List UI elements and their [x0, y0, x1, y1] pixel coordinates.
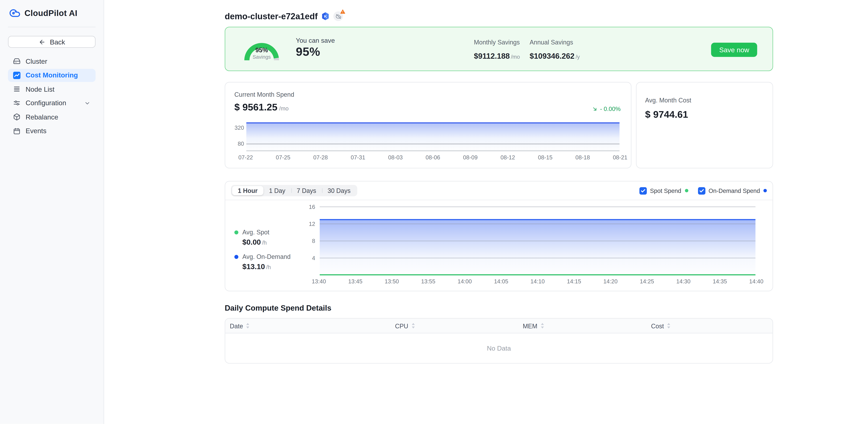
gridline — [320, 207, 755, 207]
cloud-logo-icon — [9, 7, 21, 19]
sidebar-item-label: Events — [26, 127, 46, 135]
x-axis-label: 08-03 — [388, 154, 403, 160]
x-axis-label: 14:10 — [530, 278, 545, 284]
savings-headline-text: You can save — [296, 37, 335, 44]
sidebar-item-cost-monitoring[interactable]: Cost Monitoring — [8, 68, 96, 82]
gridline — [320, 258, 755, 258]
cost-monitoring-page: CloudPilot AI Back ClusterCost Monitorin… — [0, 0, 868, 424]
x-axis-label: 08-15 — [538, 154, 553, 160]
stat-avg-spot: Avg. Spot$0.00/h — [235, 229, 290, 247]
gauge-percent: 95% — [243, 47, 280, 54]
trend-indicator: - 0.00% — [591, 105, 621, 112]
checkbox-checked[interactable] — [698, 187, 705, 194]
x-axis-label: 14:05 — [494, 278, 508, 284]
save-now-button[interactable]: Save now — [711, 43, 757, 57]
range-7-days[interactable]: 7 Days — [291, 186, 322, 195]
sidebar-item-label: Node List — [26, 85, 54, 93]
on-demand-area — [320, 219, 755, 275]
kubernetes-icon: K — [322, 12, 330, 21]
sort-icon[interactable] — [411, 323, 415, 329]
sidebar-item-events[interactable]: Events — [8, 124, 96, 137]
sort-icon[interactable] — [246, 323, 250, 329]
x-axis-label: 07-25 — [276, 154, 290, 160]
range-1-hour[interactable]: 1 Hour — [232, 186, 264, 195]
monthly-savings-value: $9112.188 — [474, 52, 510, 60]
x-axis-label: 14:00 — [458, 278, 472, 284]
toggle-label: On-Demand Spend — [709, 187, 760, 194]
column-header-mem[interactable]: MEM — [518, 322, 647, 329]
current-month-spend-unit: /mo — [279, 105, 289, 112]
sidebar-item-label: Rebalance — [26, 113, 58, 121]
y-axis-label: 80 — [238, 141, 244, 147]
month-x-axis: 07-2207-2507-2807-3108-0308-0608-0908-12… — [238, 154, 627, 160]
back-button[interactable]: Back — [8, 36, 96, 48]
monthly-savings-label: Monthly Savings — [474, 39, 520, 46]
sidebar-item-cluster[interactable]: Cluster — [8, 55, 96, 68]
x-axis-label: 14:15 — [567, 278, 581, 284]
table-heading: Daily Compute Spend Details — [225, 304, 773, 312]
x-axis-label: 08-18 — [575, 154, 590, 160]
y-axis-label: 8 — [312, 238, 315, 244]
sidebar-item-rebalance[interactable]: Rebalance — [8, 111, 96, 123]
range-1-day[interactable]: 1 Day — [264, 186, 291, 195]
monthly-savings: Monthly Savings $9112.188/mo — [474, 39, 520, 61]
column-label: Cost — [651, 322, 664, 329]
cloud-off-icon[interactable] — [334, 11, 343, 21]
avg-month-cost-value: $ 9744.61 — [645, 109, 688, 120]
x-axis-label: 14:40 — [749, 278, 763, 284]
column-header-cost[interactable]: Cost — [647, 322, 773, 329]
savings-gauge: 95% Savings — [243, 37, 280, 62]
page-title: demo-cluster-e72a1edf — [225, 11, 317, 21]
daily-spend-table: DateCPUMEMCost No Data — [225, 318, 773, 364]
svg-text:K: K — [324, 14, 327, 19]
x-axis-label: 07-22 — [238, 154, 253, 160]
toggle-on-demand-spend[interactable]: On-Demand Spend — [698, 187, 767, 194]
server-icon — [13, 58, 21, 65]
annual-savings-value: $109346.262 — [530, 52, 575, 60]
column-label: MEM — [523, 322, 537, 329]
toggle-spot-spend[interactable]: Spot Spend — [639, 187, 688, 194]
column-header-date[interactable]: Date — [225, 322, 391, 329]
hourly-spend-chart: 161284 — [320, 207, 755, 275]
y-axis-label: 4 — [312, 255, 315, 261]
column-header-cpu[interactable]: CPU — [391, 322, 518, 329]
stat-value: $0.00 — [242, 238, 261, 246]
toggle-label: Spot Spend — [650, 187, 681, 194]
table-empty-state: No Data — [225, 333, 773, 363]
x-axis-label: 08-21 — [613, 154, 627, 160]
current-month-spend-card: Current Month Spend $ 9561.25/mo - 0.00% — [225, 82, 631, 169]
annual-savings-unit: /y — [576, 54, 580, 60]
sidebar-item-label: Configuration — [26, 99, 66, 107]
savings-banner: 95% Savings You can save 95% Monthly Sav… — [225, 27, 773, 71]
sort-icon[interactable] — [540, 323, 544, 329]
sidebar-item-node-list[interactable]: Node List — [8, 83, 96, 95]
range-30-days[interactable]: 30 Days — [322, 186, 356, 195]
spend-chart-body: Avg. Spot$0.00/hAvg. On-Demand$13.10/h 1… — [225, 200, 773, 292]
sort-icon[interactable] — [667, 323, 671, 329]
stat-label: Avg. On-Demand — [242, 253, 290, 260]
page-header: demo-cluster-e72a1edf K — [225, 11, 773, 21]
stat-value: $13.10 — [242, 262, 265, 271]
series-color-dot — [764, 189, 767, 192]
main-area: demo-cluster-e72a1edf K — [104, 0, 868, 424]
current-month-spend-value: $ 9561.25 — [235, 102, 277, 113]
x-axis-label: 08-06 — [426, 154, 440, 160]
annual-savings-label: Annual Savings — [530, 39, 580, 46]
sidebar-item-label: Cost Monitoring — [26, 71, 78, 79]
sidebar: CloudPilot AI Back ClusterCost Monitorin… — [0, 0, 104, 424]
spend-chart-card: 1 Hour1 Day7 Days30 Days Spot SpendOn-De… — [225, 181, 773, 291]
column-label: CPU — [395, 322, 408, 329]
stat-unit: /h — [262, 240, 267, 246]
cost-chart-icon — [13, 71, 21, 79]
list-icon — [13, 85, 21, 93]
y-axis-label: 16 — [309, 204, 315, 210]
spot-zero-line — [320, 274, 755, 275]
arrow-left-icon — [38, 38, 45, 45]
annual-savings: Annual Savings $109346.262/y — [530, 39, 580, 61]
gridline — [320, 224, 755, 224]
x-axis-label: 13:40 — [312, 278, 326, 284]
stat-avg-on-demand: Avg. On-Demand$13.10/h — [235, 253, 290, 271]
sidebar-divider — [8, 27, 96, 27]
checkbox-checked[interactable] — [639, 187, 647, 194]
sidebar-item-configuration[interactable]: Configuration — [8, 96, 96, 110]
